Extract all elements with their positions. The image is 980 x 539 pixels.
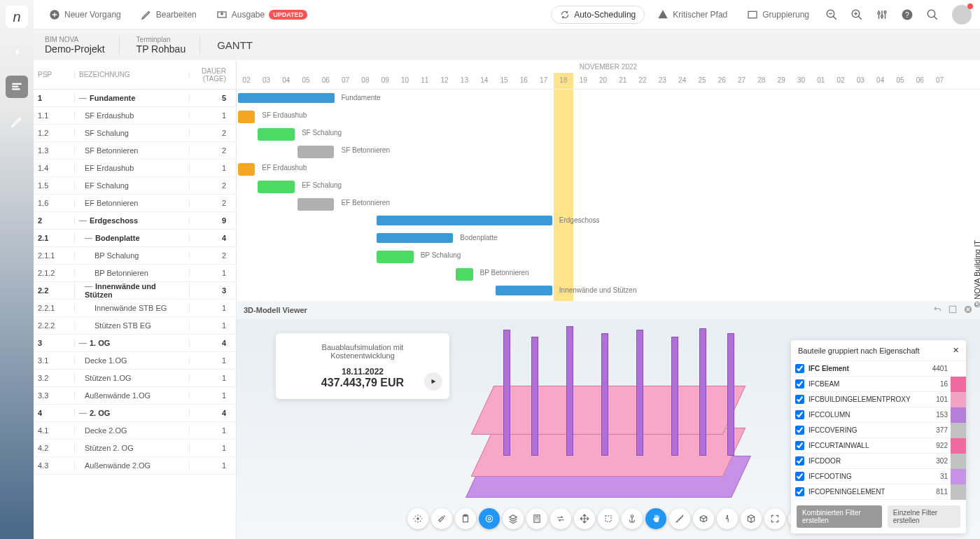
- table-row[interactable]: 1—Fundamente5: [34, 90, 236, 107]
- ifc-row[interactable]: IFCBUILDINGELEMENTPROXY101: [791, 392, 966, 407]
- vt-clipboard-icon[interactable]: [455, 508, 476, 529]
- table-row[interactable]: 4.3Außenwände 2.OG1: [34, 457, 236, 475]
- gantt-bar[interactable]: [377, 216, 552, 225]
- vt-layers-icon[interactable]: [503, 508, 524, 529]
- user-avatar[interactable]: [952, 5, 972, 24]
- gantt-bar[interactable]: [258, 128, 295, 141]
- gantt-bar-label: EF Erdaushub: [262, 164, 307, 172]
- ifc-checkbox[interactable]: [795, 379, 804, 388]
- ifc-checkbox[interactable]: [795, 364, 804, 373]
- col-name-header[interactable]: BEZEICHNUNG: [74, 71, 190, 78]
- table-row[interactable]: 2.2.1Innenwände STB EG1: [34, 300, 236, 317]
- ifc-checkbox[interactable]: [795, 487, 804, 496]
- vt-fullscreen-icon[interactable]: [764, 508, 785, 529]
- table-row[interactable]: 2.1.1BP Schalung2: [34, 247, 236, 265]
- table-row[interactable]: 2.1—Bodenplatte4: [34, 230, 236, 247]
- table-row[interactable]: 2.2.2Stützen STB EG1: [34, 317, 236, 335]
- table-row[interactable]: 4—2. OG4: [34, 405, 236, 422]
- gantt-bar[interactable]: [456, 268, 472, 281]
- zoom-out-icon[interactable]: [822, 5, 841, 24]
- gantt-bar[interactable]: [377, 251, 414, 263]
- breadcrumb-plan[interactable]: Terminplan TP Rohbau: [136, 36, 201, 55]
- edit-label: Bearbeiten: [156, 10, 197, 20]
- table-row[interactable]: 3.3Außenwände 1.OG1: [34, 387, 236, 405]
- table-row[interactable]: 4.1Decke 2.OG1: [34, 422, 236, 440]
- gantt-bar[interactable]: [238, 163, 255, 176]
- ifc-row[interactable]: IFC Element4401: [791, 361, 966, 377]
- gantt-bar[interactable]: [298, 146, 335, 158]
- ifc-row[interactable]: IFCDOOR302: [791, 454, 966, 469]
- app-logo[interactable]: n: [6, 6, 28, 28]
- grouping-button[interactable]: Gruppierung: [740, 5, 816, 24]
- vt-cube-icon[interactable]: [741, 508, 762, 529]
- ifc-row[interactable]: IFCCOLUMN153: [791, 407, 966, 423]
- table-row[interactable]: 1.1SF Erdaushub1: [34, 107, 236, 125]
- ifc-checkbox[interactable]: [795, 456, 804, 465]
- vt-anchor-icon[interactable]: [622, 508, 643, 529]
- col-dur-header[interactable]: DAUER (TAGE): [190, 67, 236, 83]
- table-row[interactable]: 1.6EF Betonnieren2: [34, 195, 236, 212]
- nav-edit[interactable]: [6, 111, 28, 133]
- table-row[interactable]: 1.5EF Schalung2: [34, 177, 236, 195]
- ifc-close-icon[interactable]: ✕: [953, 346, 959, 355]
- table-row[interactable]: 3.1Decke 1.OG1: [34, 352, 236, 370]
- vt-section-icon[interactable]: [693, 508, 714, 529]
- ifc-checkbox[interactable]: [795, 441, 804, 450]
- ifc-checkbox[interactable]: [795, 395, 804, 404]
- ifc-row[interactable]: IFCCURTAINWALL922: [791, 438, 966, 454]
- ifc-row[interactable]: IFCFOOTING31: [791, 469, 966, 484]
- output-button[interactable]: AusgabeUPDATED: [209, 5, 314, 24]
- ifc-row[interactable]: IFCCOVERING377: [791, 423, 966, 438]
- sim-play-button[interactable]: [424, 372, 442, 391]
- vt-move-icon[interactable]: [574, 508, 595, 529]
- vt-swap-icon[interactable]: [550, 508, 571, 529]
- edit-button[interactable]: Bearbeiten: [134, 5, 204, 24]
- nav-gantt[interactable]: [6, 76, 28, 98]
- gantt-bar[interactable]: [238, 111, 255, 123]
- ifc-checkbox[interactable]: [795, 410, 804, 419]
- vt-tools-icon[interactable]: [431, 508, 452, 529]
- ifc-checkbox[interactable]: [795, 472, 804, 481]
- gantt-chart[interactable]: NOVEMBER 2022 02030405060708091011121314…: [237, 60, 980, 301]
- gantt-bar[interactable]: [496, 286, 552, 295]
- table-row[interactable]: 1.4EF Erdaushub1: [34, 160, 236, 177]
- ifc-row[interactable]: IFCOPENINGELEMENT811: [791, 484, 966, 500]
- table-row[interactable]: 1.2SF Schalung2: [34, 125, 236, 142]
- gantt-bar[interactable]: [298, 198, 335, 211]
- table-row[interactable]: 2—Erdgeschoss9: [34, 212, 236, 230]
- viewer-undo-icon[interactable]: [927, 304, 942, 316]
- ifc-single-filter-button[interactable]: Einzelne Filter erstellen: [888, 505, 960, 528]
- help-icon[interactable]: ?: [897, 5, 917, 24]
- gantt-bar[interactable]: [258, 181, 295, 193]
- ifc-row[interactable]: IFCBEAM16: [791, 377, 966, 392]
- vt-gear-icon[interactable]: [407, 508, 428, 529]
- vt-hand-icon[interactable]: [645, 508, 666, 529]
- new-task-button[interactable]: Neuer Vorgang: [42, 5, 128, 24]
- viewer-expand-icon[interactable]: [942, 304, 958, 316]
- vt-target-icon[interactable]: [479, 508, 500, 529]
- nav-back[interactable]: [6, 41, 28, 63]
- table-row[interactable]: 3.2Stützen 1.OG1: [34, 370, 236, 387]
- gantt-day: 24: [673, 73, 692, 89]
- table-row[interactable]: 4.2Stützen 2. OG1: [34, 440, 236, 457]
- breadcrumb-org[interactable]: BIM NOVA Demo-Projekt: [45, 36, 120, 55]
- ifc-checkbox[interactable]: [795, 426, 804, 435]
- vt-measure-icon[interactable]: [669, 508, 690, 529]
- table-row[interactable]: 3—1. OG4: [34, 335, 236, 352]
- gantt-bar[interactable]: [238, 93, 335, 103]
- col-psp-header[interactable]: PSP: [34, 71, 74, 78]
- vt-calc-icon[interactable]: [526, 508, 547, 529]
- critical-path-button[interactable]: Kritischer Pfad: [650, 5, 734, 24]
- table-row[interactable]: 1.3SF Betonnieren2: [34, 142, 236, 160]
- table-row[interactable]: 2.1.2BP Betonnieren1: [34, 265, 236, 282]
- table-row[interactable]: 2.2—Innenwände und Stützen3: [34, 282, 236, 300]
- gantt-bar[interactable]: [377, 233, 453, 243]
- auto-scheduling-button[interactable]: Auto-Scheduling: [551, 6, 645, 24]
- vt-walk-icon[interactable]: [717, 508, 738, 529]
- viewer-close-icon[interactable]: [958, 304, 973, 316]
- ifc-combined-filter-button[interactable]: Kombinierten Filter erstellen: [797, 505, 882, 528]
- zoom-in-icon[interactable]: [847, 5, 867, 24]
- vt-select-icon[interactable]: [598, 508, 619, 529]
- settings-sliders-icon[interactable]: [872, 5, 892, 24]
- search-icon[interactable]: [923, 5, 942, 24]
